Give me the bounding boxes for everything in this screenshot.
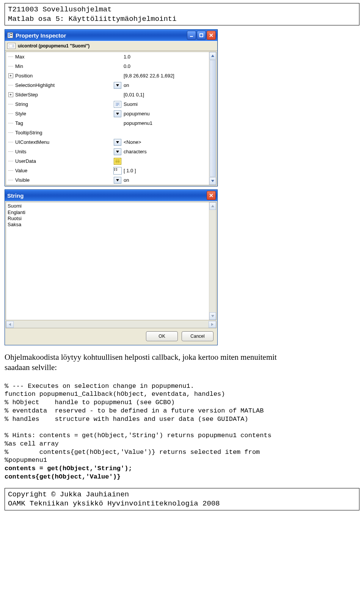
property-name: Value [14,168,27,173]
property-value[interactable]: 1.0 [122,54,209,60]
property-row[interactable]: Tagpopupmenu1 [6,118,209,128]
header-line2: Matlab osa 5: Käyttöliittymäohjelmointi [8,14,356,24]
minimize-button[interactable] [187,31,196,40]
svg-rect-1 [8,33,10,35]
string-editor-window: String Suomi Englanti Ruotsi Saksa OK Ca [5,189,218,345]
vertical-scrollbar[interactable] [209,52,216,185]
code-l3: % hObject handle to popupmenu1 (see GCBO… [5,399,175,406]
close-button[interactable] [207,31,216,40]
string-scroll-up[interactable] [209,202,216,210]
property-row[interactable]: StringSuomi [6,99,209,109]
expand-icon[interactable]: + [8,92,13,97]
string-vertical-scrollbar[interactable] [209,202,216,320]
code-block: % --- Executes on selection change in po… [5,374,359,481]
property-value[interactable]: [ 1.0 ] [122,168,209,173]
property-value[interactable]: <None> [122,139,209,145]
dropdown-icon[interactable] [114,148,121,155]
property-row[interactable]: Stylepopupmenu [6,109,209,118]
paragraph-line1: Ohjelmakoodista löytyy kohtuullisen help… [5,352,359,362]
object-bar: uicontrol (popupmenu1 "Suomi") [5,41,217,51]
code-l11: contents = get(hObject,'String'); [5,465,132,472]
tree-line-icon [8,180,13,180]
property-name: SelectionHighlight [14,82,55,88]
window-title: Property Inspector [16,32,66,39]
property-grid[interactable]: Max1.0Min0.0+Position[9,8 26,692 22,6 1,… [6,52,209,185]
string-scroll-down[interactable] [209,312,216,320]
property-row[interactable]: +SliderStep[0,01 0,1] [6,90,209,99]
property-value[interactable]: Suomi [122,101,209,107]
footer-line2: OAMK Tekniikan yksikkö Hyvinvointiteknol… [8,499,356,509]
property-row[interactable]: Unitscharacters [6,147,209,156]
ok-button[interactable]: OK [146,331,178,341]
maximize-button[interactable] [197,31,206,40]
property-name: Tag [14,120,23,126]
scroll-down-button[interactable] [209,177,216,185]
property-row[interactable]: Value[:][ 1.0 ] [6,166,209,175]
svg-rect-6 [200,34,203,37]
code-l5: % handles structure with handles and use… [5,416,248,423]
property-name: Position [14,73,33,79]
tree-line-icon [8,170,13,171]
tree-line-icon [8,151,13,152]
svg-rect-2 [10,33,12,34]
dropdown-icon[interactable] [114,139,121,146]
matrix-icon[interactable]: [:] [113,167,122,175]
tree-line-icon [8,113,13,114]
tree-line-icon [8,142,13,142]
string-titlebar[interactable]: String [5,190,217,201]
property-value[interactable]: on [122,82,209,88]
dropdown-icon[interactable] [114,82,121,89]
code-l8: %as cell array [5,440,59,447]
dropdown-icon[interactable] [114,177,121,184]
property-value[interactable]: on [122,177,209,183]
scroll-thumb[interactable] [210,60,216,177]
header-box: T211003 Sovellusohjelmat Matlab osa 5: K… [5,3,359,25]
header-line1: T211003 Sovellusohjelmat [8,5,356,14]
titlebar[interactable]: Property Inspector [5,30,217,41]
tree-line-icon [8,161,13,161]
string-textarea[interactable]: Suomi Englanti Ruotsi Saksa [6,202,209,320]
edit-icon[interactable] [114,101,121,108]
string-scroll-right[interactable] [209,321,216,328]
svg-rect-8 [9,45,12,47]
svg-rect-9 [12,45,14,47]
expand-icon[interactable]: + [8,73,13,78]
string-close-button[interactable] [207,191,216,200]
dropdown-icon[interactable] [114,110,121,117]
string-horizontal-scrollbar[interactable] [6,321,217,328]
property-name: Units [14,149,27,154]
cancel-button[interactable]: Cancel [182,331,213,341]
code-l1: % --- Executes on selection change in po… [5,383,194,390]
object-label: uicontrol (popupmenu1 "Suomi") [18,43,89,49]
code-l4: % eventdata reserved - to be defined in … [5,407,264,414]
grid-icon[interactable] [114,158,121,165]
code-l10: %popupmenu1 [5,457,47,464]
string-window-title: String [7,192,24,199]
tree-line-icon [8,57,13,57]
property-value[interactable]: characters [122,149,209,154]
property-name: Style [14,111,26,117]
property-row[interactable]: Max1.0 [6,52,209,61]
paragraph-line2: saadaan selville: [5,362,359,372]
property-value[interactable]: [0,01 0,1] [122,92,209,98]
property-value[interactable]: popupmenu [122,111,209,117]
tree-line-icon [8,123,13,123]
property-name: TooltipString [14,130,42,135]
property-row[interactable]: SelectionHighlighton [6,80,209,90]
property-value[interactable]: 0.0 [122,63,209,69]
property-row[interactable]: UIContextMenu<None> [6,137,209,147]
property-row[interactable]: TooltipString [6,128,209,137]
property-name: Min [14,63,23,69]
scroll-up-button[interactable] [209,52,216,60]
property-name: Visible [14,177,30,183]
tree-line-icon [8,132,13,133]
property-value[interactable]: [9,8 26,692 22,6 1,692] [122,73,209,79]
property-value[interactable]: popupmenu1 [122,120,209,126]
property-row[interactable]: +Position[9,8 26,692 22,6 1,692] [6,71,209,80]
string-scroll-left[interactable] [6,321,14,328]
property-inspector-window: Property Inspector uicontrol (popupmenu1… [5,29,218,186]
property-row[interactable]: Min0.0 [6,61,209,71]
property-row[interactable]: UserData [6,156,209,166]
property-row[interactable]: Visibleon [6,175,209,185]
property-name: Max [14,54,25,60]
